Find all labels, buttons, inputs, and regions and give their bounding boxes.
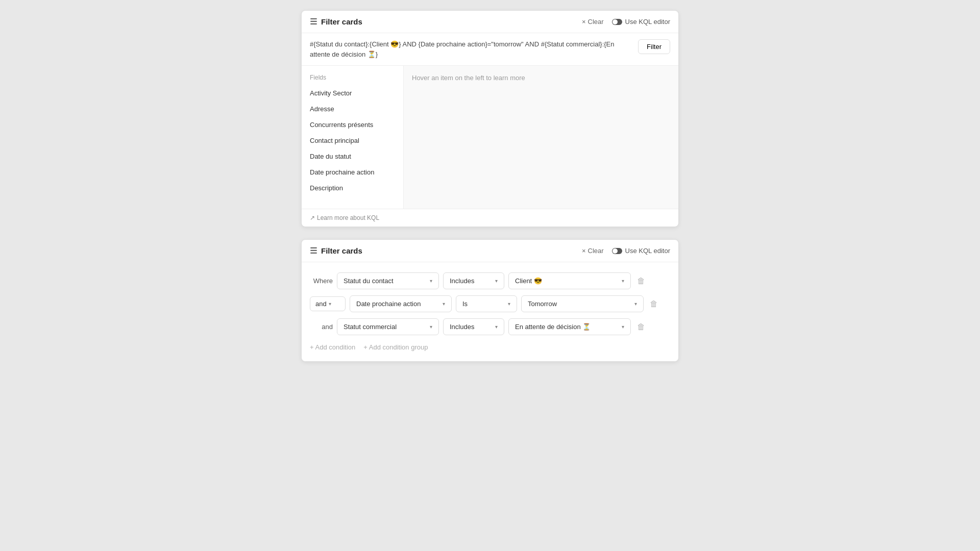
panel-title: ☰ Filter cards <box>310 17 362 27</box>
fields-header: Fields <box>302 70 403 85</box>
field-item[interactable]: Description <box>302 180 403 196</box>
chevron-down-icon: ▾ <box>495 278 498 284</box>
row1-field-select[interactable]: Statut du contact ▾ <box>337 272 439 289</box>
toggle-icon <box>612 19 622 25</box>
field-item[interactable]: Activity Sector <box>302 85 403 101</box>
row3-field-select[interactable]: Statut commercial ▾ <box>337 318 439 335</box>
row1-value-select[interactable]: Client 😎 ▾ <box>508 272 631 289</box>
field-item[interactable]: Concurrents présents <box>302 117 403 133</box>
chevron-down-icon: ▾ <box>495 324 498 330</box>
chevron-down-icon: ▾ <box>622 278 624 284</box>
filter-row-2: and ▾ Date prochaine action ▾ Is ▾ Tomor… <box>310 295 670 312</box>
toggle-icon <box>612 248 622 254</box>
close-icon: × <box>582 18 586 26</box>
filter-button[interactable]: Filter <box>638 39 670 54</box>
chevron-down-icon: ▾ <box>443 301 445 307</box>
filter-icon: ☰ <box>310 246 317 256</box>
panel-header: ☰ Filter cards × Clear Use KQL editor <box>302 11 678 33</box>
panel-title-text: Filter cards <box>321 17 362 26</box>
field-item[interactable]: Date prochaine action <box>302 164 403 180</box>
filter-row-1: Where Statut du contact ▾ Includes ▾ Cli… <box>310 272 670 289</box>
filter-builder-content: Where Statut du contact ▾ Includes ▾ Cli… <box>302 262 678 361</box>
row3-delete-button[interactable]: 🗑 <box>635 320 647 334</box>
panel2-title-text: Filter cards <box>321 246 362 255</box>
panel2-header: ☰ Filter cards × Clear Use KQL editor <box>302 240 678 262</box>
chevron-down-icon: ▾ <box>634 301 637 307</box>
add-condition-button[interactable]: + Add condition <box>310 343 355 351</box>
panel2-kql-button[interactable]: Use KQL editor <box>612 247 670 255</box>
panel2-header-actions: × Clear Use KQL editor <box>582 247 670 255</box>
add-group-button[interactable]: + Add condition group <box>363 343 428 351</box>
fields-list: Fields Activity Sector Adresse Concurren… <box>302 66 404 209</box>
panel-footer: ↗ Learn more about KQL <box>302 209 678 227</box>
row2-field-select[interactable]: Date prochaine action ▾ <box>350 295 452 312</box>
fields-preview: Hover an item on the left to learn more <box>404 66 678 209</box>
row1-operator-select[interactable]: Includes ▾ <box>443 272 504 289</box>
learn-more-link[interactable]: ↗ Learn more about KQL <box>310 214 670 221</box>
kql-query-text: #{Statut du contact}:{Client 😎} AND {Dat… <box>310 39 634 59</box>
close-icon: × <box>582 247 586 255</box>
kql-query-area: #{Statut du contact}:{Client 😎} AND {Dat… <box>302 33 678 66</box>
filter-row-3: and Statut commercial ▾ Includes ▾ En at… <box>310 318 670 335</box>
chevron-down-icon: ▾ <box>622 324 624 330</box>
chevron-down-icon: ▾ <box>508 301 510 307</box>
row1-connector: Where <box>310 277 333 285</box>
row3-value-select[interactable]: En attente de décision ⏳ ▾ <box>508 318 631 335</box>
row2-connector-select[interactable]: and ▾ <box>310 296 346 311</box>
row2-operator-select[interactable]: Is ▾ <box>456 295 517 312</box>
filter-panel-kql: ☰ Filter cards × Clear Use KQL editor #{… <box>301 10 679 227</box>
panel2-clear-button[interactable]: × Clear <box>582 247 604 255</box>
header-actions: × Clear Use KQL editor <box>582 18 670 26</box>
kql-editor-button[interactable]: Use KQL editor <box>612 18 670 26</box>
fields-container: Fields Activity Sector Adresse Concurren… <box>302 66 678 209</box>
filter-panel-builder: ☰ Filter cards × Clear Use KQL editor Wh… <box>301 239 679 362</box>
chevron-down-icon: ▾ <box>430 278 432 284</box>
row3-operator-select[interactable]: Includes ▾ <box>443 318 504 335</box>
row1-delete-button[interactable]: 🗑 <box>635 274 647 288</box>
external-link-icon: ↗ <box>310 214 315 221</box>
field-item[interactable]: Adresse <box>302 101 403 117</box>
row2-delete-button[interactable]: 🗑 <box>648 297 660 311</box>
add-condition-row: + Add condition + Add condition group <box>310 343 670 351</box>
field-item[interactable]: Contact principal <box>302 133 403 148</box>
panel2-title: ☰ Filter cards <box>310 246 362 256</box>
row3-connector: and <box>310 323 333 331</box>
clear-button[interactable]: × Clear <box>582 18 604 26</box>
chevron-down-icon: ▾ <box>430 324 432 330</box>
field-item[interactable]: Date du statut <box>302 148 403 164</box>
chevron-down-icon: ▾ <box>329 301 331 307</box>
row2-value-select[interactable]: Tomorrow ▾ <box>521 295 644 312</box>
filter-icon: ☰ <box>310 17 317 27</box>
